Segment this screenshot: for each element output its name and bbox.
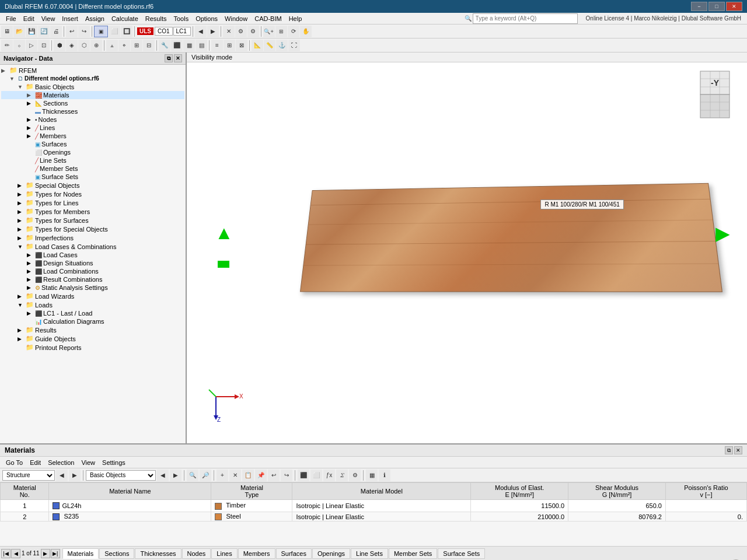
- tb2-btn4[interactable]: ⊡: [38, 40, 50, 51]
- tree-load-combinations[interactable]: ▶ ⬛ Load Combinations: [1, 267, 184, 275]
- tree-nodes[interactable]: ▶ • Nodes: [1, 116, 184, 124]
- tb2-btn15[interactable]: ▦: [183, 40, 195, 51]
- menu-cad-bim[interactable]: CAD-BIM: [251, 15, 285, 23]
- table-row[interactable]: 2 S235 Steel Isotropic | Linear Elastic …: [1, 512, 747, 522]
- tb2-btn5[interactable]: ⬢: [54, 40, 65, 51]
- viewport[interactable]: Visibility mode -Y: [187, 52, 747, 443]
- tb2-btn19[interactable]: ⊠: [236, 40, 247, 51]
- bp-info-btn[interactable]: ℹ: [379, 470, 390, 481]
- bp-menu-goto[interactable]: Go To: [2, 459, 26, 467]
- lc-dropdown[interactable]: LC1: [173, 27, 191, 36]
- tb2-btn3[interactable]: ▷: [26, 40, 37, 51]
- tb1-btn11[interactable]: ✕: [223, 26, 235, 37]
- menu-file[interactable]: File: [2, 15, 20, 23]
- bp-copy-btn[interactable]: 📋: [242, 470, 254, 481]
- tb2-btn21[interactable]: 📏: [264, 40, 275, 51]
- tb2-btn18[interactable]: ⊞: [224, 40, 235, 51]
- tab-surfaces[interactable]: Surfaces: [276, 548, 312, 559]
- tree-results[interactable]: ▶ 📁 Results: [1, 326, 184, 334]
- bp-menu-settings[interactable]: Settings: [99, 459, 129, 467]
- tree-guide-objects[interactable]: ▶ 📁 Guide Objects: [1, 334, 184, 343]
- tree-types-special[interactable]: ▶ 📁 Types for Special Objects: [1, 225, 184, 233]
- table-row[interactable]: 1 GL24h Timber Isotropic | Linear Elasti…: [1, 500, 747, 512]
- basic-objects-dropdown[interactable]: Basic Objects: [86, 470, 156, 481]
- tree-static-analysis[interactable]: ▶ ⚙ Static Analysis Settings: [1, 284, 184, 292]
- structure-dropdown[interactable]: Structure: [2, 470, 55, 481]
- bp-redo-btn[interactable]: ↪: [281, 470, 292, 481]
- tree-load-cases-combos[interactable]: ▼ 📁 Load Cases & Combinations: [1, 242, 184, 251]
- tab-thicknesses[interactable]: Thicknesses: [135, 548, 181, 559]
- tree-line-sets[interactable]: ╱ Line Sets: [1, 156, 184, 164]
- tb2-btn22[interactable]: ⚓: [276, 40, 288, 51]
- tree-printout[interactable]: 📁 Printout Reports: [1, 343, 184, 352]
- bp-units-btn[interactable]: ⚙: [349, 470, 361, 481]
- bp-paste-btn[interactable]: 📌: [255, 470, 267, 481]
- menu-results[interactable]: Results: [142, 15, 170, 23]
- page-nav-next[interactable]: ▶: [41, 549, 50, 558]
- tree-design-situations[interactable]: ▶ ⬛ Design Situations: [1, 259, 184, 267]
- tree-types-nodes[interactable]: ▶ 📁 Types for Nodes: [1, 190, 184, 198]
- bp-menu-edit[interactable]: Edit: [26, 459, 44, 467]
- menu-options[interactable]: Options: [192, 15, 221, 23]
- tb1-btn4[interactable]: 🔄: [38, 26, 50, 37]
- tb2-btn8[interactable]: ⊕: [90, 40, 102, 51]
- menu-edit[interactable]: Edit: [20, 15, 38, 23]
- tab-lines[interactable]: Lines: [211, 548, 237, 559]
- tree-sections[interactable]: ▶ 📐 Sections: [1, 99, 184, 107]
- tb1-btn12[interactable]: ⚙: [235, 26, 247, 37]
- search-input[interactable]: [473, 13, 578, 24]
- tree-load-cases[interactable]: ▶ ⬛ Load Cases: [1, 251, 184, 259]
- bp-calc-btn[interactable]: 𝛴: [336, 470, 348, 481]
- tree-member-sets[interactable]: ╱ Member Sets: [1, 164, 184, 173]
- bp-filter-btn[interactable]: 🔍: [187, 470, 198, 481]
- nav-cube[interactable]: -Y: [689, 68, 741, 121]
- tb2-btn9[interactable]: ⟁: [106, 40, 118, 51]
- menu-assign[interactable]: Assign: [82, 15, 108, 23]
- tb2-btn12[interactable]: ⊟: [143, 40, 155, 51]
- tree-members[interactable]: ▶ ╱ Members: [1, 132, 184, 140]
- bp-menu-view[interactable]: View: [78, 459, 99, 467]
- bp-search-btn[interactable]: 🔎: [200, 470, 211, 481]
- tb1-zoom-ext[interactable]: 🔍+: [263, 26, 275, 37]
- bp-export-btn[interactable]: ⬛: [298, 470, 309, 481]
- maximize-btn[interactable]: □: [708, 2, 725, 11]
- menu-window[interactable]: Window: [221, 15, 251, 23]
- tree-imperfections[interactable]: ▶ 📁 Imperfections: [1, 233, 184, 242]
- tb1-btn3[interactable]: 💾: [26, 26, 37, 37]
- page-nav-prev[interactable]: ◀: [11, 549, 20, 558]
- menu-help[interactable]: Help: [285, 15, 306, 23]
- tree-lines[interactable]: ▶ ╱ Lines: [1, 124, 184, 132]
- tree-load-wizards[interactable]: ▶ 📁 Load Wizards: [1, 292, 184, 300]
- tree-result-combinations[interactable]: ▶ ⬛ Result Combinations: [1, 275, 184, 284]
- arrow-left-btn[interactable]: ◀: [56, 470, 68, 481]
- tb2-btn14[interactable]: ⬛: [171, 40, 183, 51]
- page-nav-last[interactable]: ▶|: [51, 549, 60, 558]
- tab-member-sets[interactable]: Member Sets: [389, 548, 437, 559]
- tree-basic-objects[interactable]: ▼ 📁 Basic Objects: [1, 82, 184, 91]
- tree-surface-sets[interactable]: ▣ Surface Sets: [1, 173, 184, 181]
- nav-close-btn[interactable]: ✕: [174, 54, 182, 62]
- tb1-arrow-right[interactable]: ▶: [207, 26, 219, 37]
- tb2-btn13[interactable]: 🔧: [159, 40, 170, 51]
- bp-formula-btn[interactable]: ƒx: [323, 470, 335, 481]
- tb2-btn20[interactable]: 📐: [252, 40, 263, 51]
- bo-arrow-right[interactable]: ▶: [170, 470, 181, 481]
- tb2-btn7[interactable]: ⬡: [78, 40, 90, 51]
- tb1-btn1[interactable]: 🖥: [1, 26, 13, 37]
- viewport-3d[interactable]: -Y: [187, 62, 747, 443]
- menu-tools[interactable]: Tools: [170, 15, 192, 23]
- tab-surface-sets[interactable]: Surface Sets: [438, 548, 485, 559]
- tree-lc1-last[interactable]: ▶ ⬛ LC1 - Last / Load: [1, 309, 184, 317]
- bp-add-btn[interactable]: +: [217, 470, 228, 481]
- tree-materials[interactable]: ▶ 🧱 Materials: [1, 91, 184, 99]
- tree-model-file[interactable]: ▼ 🗋 Different model options.rf6: [1, 75, 184, 82]
- tab-materials[interactable]: Materials: [62, 548, 99, 559]
- tree-surfaces[interactable]: ▣ Surfaces: [1, 140, 184, 148]
- tb2-btn23[interactable]: ⛶: [288, 40, 300, 51]
- tb1-pan[interactable]: ✋: [300, 26, 312, 37]
- tb1-btn6[interactable]: ↩: [66, 26, 78, 37]
- bp-close-btn[interactable]: ✕: [734, 446, 742, 454]
- tree-rfem-root[interactable]: ▶ 📁 RFEM: [1, 66, 184, 75]
- menu-view[interactable]: View: [38, 15, 59, 23]
- tb2-btn1[interactable]: ✏: [1, 40, 13, 51]
